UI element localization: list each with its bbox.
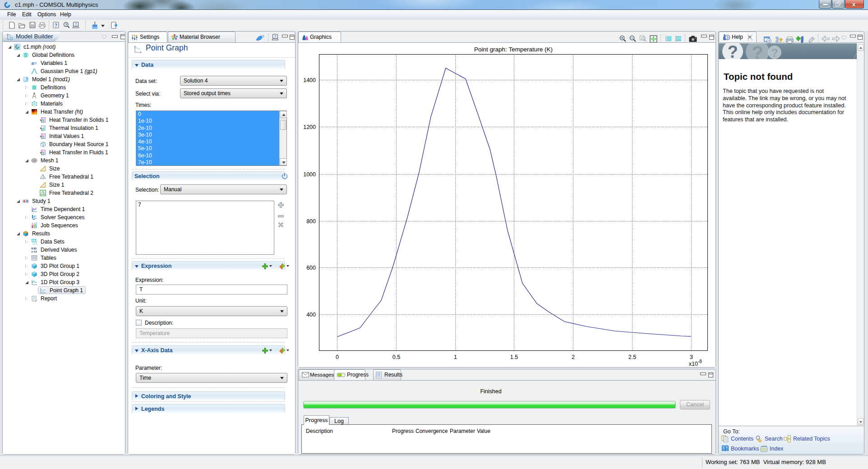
svg-text:?: ?: [75, 22, 77, 26]
svg-text:?: ?: [727, 43, 738, 59]
svg-text:0.5: 0.5: [392, 354, 400, 360]
svg-text:3: 3: [35, 222, 37, 225]
svg-text:?: ?: [771, 46, 778, 59]
svg-text:Point graph: Temperature (K): Point graph: Temperature (K): [474, 46, 553, 53]
svg-text:u: u: [11, 37, 12, 40]
svg-text:0: 0: [336, 354, 339, 360]
svg-text:400: 400: [306, 312, 316, 318]
svg-text:=: =: [34, 61, 37, 66]
svg-text:?: ?: [752, 43, 763, 59]
svg-text:800: 800: [306, 218, 316, 225]
svg-text:2.5: 2.5: [628, 354, 636, 360]
svg-text:1200: 1200: [303, 124, 316, 130]
svg-text:2: 2: [33, 222, 35, 225]
svg-text:?: ?: [55, 23, 57, 28]
svg-text:?: ?: [274, 34, 277, 38]
svg-text:1.5: 1.5: [510, 354, 518, 360]
svg-text:1: 1: [32, 222, 33, 225]
svg-text:2: 2: [572, 354, 575, 360]
svg-text:e-12: e-12: [32, 250, 37, 253]
svg-text:?: ?: [65, 23, 67, 27]
svg-text:8.85: 8.85: [32, 247, 37, 250]
svg-text:x10: x10: [689, 361, 698, 367]
svg-text:-8: -8: [698, 359, 702, 364]
svg-text:?: ?: [726, 36, 729, 40]
svg-text:600: 600: [306, 265, 316, 271]
svg-text:1: 1: [454, 354, 457, 360]
svg-text:1000: 1000: [303, 171, 316, 178]
svg-text:?: ?: [768, 39, 770, 43]
svg-text:1400: 1400: [303, 77, 316, 83]
svg-text:3: 3: [690, 354, 693, 360]
